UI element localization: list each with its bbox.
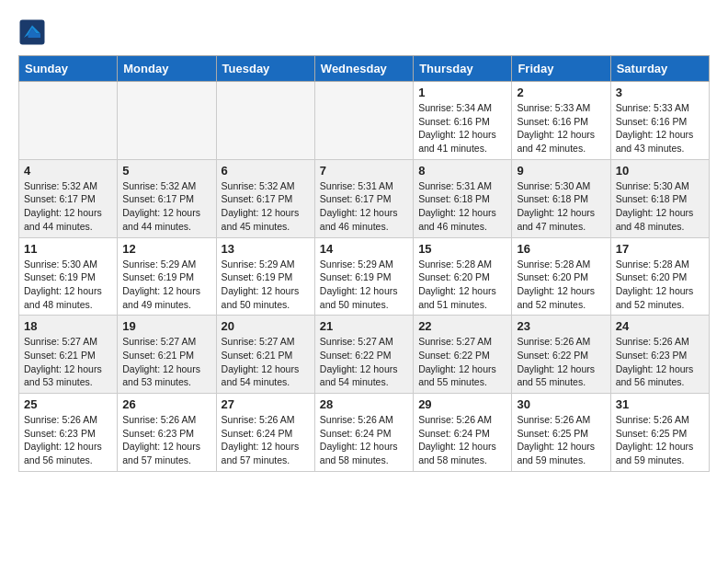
calendar-cell: 6Sunrise: 5:32 AMSunset: 6:17 PMDaylight… — [216, 159, 314, 237]
calendar-cell — [314, 82, 413, 160]
day-number: 26 — [122, 397, 210, 411]
day-info: Sunrise: 5:27 AMSunset: 6:22 PMDaylight:… — [320, 335, 408, 389]
calendar-cell: 16Sunrise: 5:28 AMSunset: 6:20 PMDayligh… — [512, 237, 610, 316]
day-number: 9 — [517, 164, 605, 178]
day-info: Sunrise: 5:27 AMSunset: 6:22 PMDaylight:… — [418, 335, 506, 389]
day-number: 23 — [517, 319, 605, 333]
calendar-cell: 10Sunrise: 5:30 AMSunset: 6:18 PMDayligh… — [610, 159, 709, 237]
day-number: 30 — [517, 397, 605, 411]
day-number: 15 — [418, 242, 506, 256]
day-number: 2 — [517, 86, 605, 99]
day-info: Sunrise: 5:26 AMSunset: 6:24 PMDaylight:… — [418, 413, 506, 467]
calendar-cell: 17Sunrise: 5:28 AMSunset: 6:20 PMDayligh… — [610, 237, 709, 316]
calendar-cell: 14Sunrise: 5:29 AMSunset: 6:19 PMDayligh… — [314, 237, 413, 316]
day-info: Sunrise: 5:32 AMSunset: 6:17 PMDaylight:… — [222, 179, 310, 234]
day-info: Sunrise: 5:27 AMSunset: 6:21 PMDaylight:… — [122, 335, 210, 389]
calendar-cell: 26Sunrise: 5:26 AMSunset: 6:23 PMDayligh… — [118, 394, 216, 472]
day-info: Sunrise: 5:28 AMSunset: 6:20 PMDaylight:… — [616, 258, 704, 312]
calendar-cell — [118, 82, 216, 160]
day-info: Sunrise: 5:33 AMSunset: 6:16 PMDaylight:… — [517, 101, 605, 155]
day-info: Sunrise: 5:31 AMSunset: 6:18 PMDaylight:… — [418, 179, 506, 234]
calendar-cell: 11Sunrise: 5:30 AMSunset: 6:19 PMDayligh… — [19, 237, 118, 316]
calendar-cell: 12Sunrise: 5:29 AMSunset: 6:19 PMDayligh… — [118, 237, 216, 316]
day-number: 14 — [320, 242, 408, 256]
day-info: Sunrise: 5:26 AMSunset: 6:25 PMDaylight:… — [517, 413, 605, 467]
day-number: 5 — [122, 164, 210, 178]
col-header-thursday: Thursday — [414, 56, 512, 82]
day-info: Sunrise: 5:31 AMSunset: 6:17 PMDaylight:… — [320, 179, 408, 234]
day-number: 6 — [222, 164, 310, 178]
calendar-week-2: 4Sunrise: 5:32 AMSunset: 6:17 PMDaylight… — [19, 159, 710, 237]
day-info: Sunrise: 5:26 AMSunset: 6:23 PMDaylight:… — [122, 413, 210, 467]
day-info: Sunrise: 5:29 AMSunset: 6:19 PMDaylight:… — [122, 258, 210, 312]
calendar-cell: 27Sunrise: 5:26 AMSunset: 6:24 PMDayligh… — [216, 394, 314, 472]
day-number: 16 — [517, 242, 605, 256]
day-info: Sunrise: 5:26 AMSunset: 6:23 PMDaylight:… — [24, 413, 112, 467]
day-number: 25 — [24, 397, 112, 411]
day-number: 28 — [320, 397, 408, 411]
calendar-week-5: 25Sunrise: 5:26 AMSunset: 6:23 PMDayligh… — [19, 394, 710, 472]
calendar-cell: 25Sunrise: 5:26 AMSunset: 6:23 PMDayligh… — [19, 394, 118, 472]
calendar-cell: 15Sunrise: 5:28 AMSunset: 6:20 PMDayligh… — [414, 237, 512, 316]
logo — [18, 18, 50, 46]
page-header — [18, 18, 710, 46]
day-number: 19 — [122, 319, 210, 333]
calendar-header-row: SundayMondayTuesdayWednesdayThursdayFrid… — [19, 56, 710, 82]
day-info: Sunrise: 5:27 AMSunset: 6:21 PMDaylight:… — [24, 335, 112, 389]
day-info: Sunrise: 5:26 AMSunset: 6:24 PMDaylight:… — [222, 413, 310, 467]
day-info: Sunrise: 5:29 AMSunset: 6:19 PMDaylight:… — [222, 258, 310, 312]
calendar-week-4: 18Sunrise: 5:27 AMSunset: 6:21 PMDayligh… — [19, 316, 710, 394]
day-info: Sunrise: 5:33 AMSunset: 6:16 PMDaylight:… — [616, 101, 704, 155]
day-number: 20 — [222, 319, 310, 333]
col-header-saturday: Saturday — [610, 56, 709, 82]
calendar-cell: 7Sunrise: 5:31 AMSunset: 6:17 PMDaylight… — [314, 159, 413, 237]
day-number: 8 — [418, 164, 506, 178]
day-number: 1 — [418, 86, 506, 99]
day-info: Sunrise: 5:34 AMSunset: 6:16 PMDaylight:… — [418, 101, 506, 155]
day-info: Sunrise: 5:26 AMSunset: 6:24 PMDaylight:… — [320, 413, 408, 467]
day-number: 18 — [24, 319, 112, 333]
day-info: Sunrise: 5:27 AMSunset: 6:21 PMDaylight:… — [222, 335, 310, 389]
calendar-cell: 29Sunrise: 5:26 AMSunset: 6:24 PMDayligh… — [414, 394, 512, 472]
calendar-table: SundayMondayTuesdayWednesdayThursdayFrid… — [18, 55, 710, 472]
day-info: Sunrise: 5:29 AMSunset: 6:19 PMDaylight:… — [320, 258, 408, 312]
calendar-cell: 21Sunrise: 5:27 AMSunset: 6:22 PMDayligh… — [314, 316, 413, 394]
calendar-cell: 28Sunrise: 5:26 AMSunset: 6:24 PMDayligh… — [314, 394, 413, 472]
calendar-cell: 18Sunrise: 5:27 AMSunset: 6:21 PMDayligh… — [19, 316, 118, 394]
calendar-cell: 8Sunrise: 5:31 AMSunset: 6:18 PMDaylight… — [414, 159, 512, 237]
logo-icon — [18, 18, 46, 46]
day-info: Sunrise: 5:32 AMSunset: 6:17 PMDaylight:… — [122, 179, 210, 234]
day-number: 29 — [418, 397, 506, 411]
day-info: Sunrise: 5:30 AMSunset: 6:19 PMDaylight:… — [24, 258, 112, 312]
calendar-cell: 23Sunrise: 5:26 AMSunset: 6:22 PMDayligh… — [512, 316, 610, 394]
day-info: Sunrise: 5:28 AMSunset: 6:20 PMDaylight:… — [418, 258, 506, 312]
day-number: 22 — [418, 319, 506, 333]
day-info: Sunrise: 5:26 AMSunset: 6:25 PMDaylight:… — [616, 413, 704, 467]
day-number: 7 — [320, 164, 408, 178]
day-number: 27 — [222, 397, 310, 411]
col-header-friday: Friday — [512, 56, 610, 82]
calendar-cell: 30Sunrise: 5:26 AMSunset: 6:25 PMDayligh… — [512, 394, 610, 472]
day-number: 11 — [24, 242, 112, 256]
calendar-cell: 3Sunrise: 5:33 AMSunset: 6:16 PMDaylight… — [610, 82, 709, 160]
calendar-cell: 22Sunrise: 5:27 AMSunset: 6:22 PMDayligh… — [414, 316, 512, 394]
day-number: 4 — [24, 164, 112, 178]
day-number: 24 — [616, 319, 704, 333]
col-header-sunday: Sunday — [19, 56, 118, 82]
day-info: Sunrise: 5:28 AMSunset: 6:20 PMDaylight:… — [517, 258, 605, 312]
calendar-cell: 1Sunrise: 5:34 AMSunset: 6:16 PMDaylight… — [414, 82, 512, 160]
calendar-cell: 2Sunrise: 5:33 AMSunset: 6:16 PMDaylight… — [512, 82, 610, 160]
col-header-tuesday: Tuesday — [216, 56, 314, 82]
calendar-cell: 5Sunrise: 5:32 AMSunset: 6:17 PMDaylight… — [118, 159, 216, 237]
calendar-cell — [216, 82, 314, 160]
day-info: Sunrise: 5:32 AMSunset: 6:17 PMDaylight:… — [24, 179, 112, 234]
day-number: 3 — [616, 86, 704, 99]
calendar-cell — [19, 82, 118, 160]
day-info: Sunrise: 5:30 AMSunset: 6:18 PMDaylight:… — [616, 179, 704, 234]
calendar-cell: 31Sunrise: 5:26 AMSunset: 6:25 PMDayligh… — [610, 394, 709, 472]
day-number: 21 — [320, 319, 408, 333]
day-number: 10 — [616, 164, 704, 178]
calendar-cell: 20Sunrise: 5:27 AMSunset: 6:21 PMDayligh… — [216, 316, 314, 394]
day-number: 31 — [616, 397, 704, 411]
calendar-week-3: 11Sunrise: 5:30 AMSunset: 6:19 PMDayligh… — [19, 237, 710, 316]
